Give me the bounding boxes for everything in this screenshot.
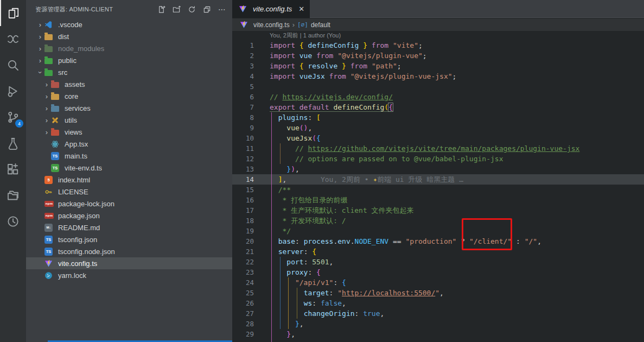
- vs-logo-icon[interactable]: [0, 26, 26, 52]
- code-line-23[interactable]: 23 proxy: {: [232, 267, 644, 277]
- code-line-1[interactable]: 1import { defineConfig } from "vite";: [232, 40, 644, 50]
- tree-item-node-modules[interactable]: ›node_modules: [26, 42, 232, 54]
- line-number: 12: [232, 154, 254, 164]
- code-text: import vueJsx from "@vitejs/plugin-vue-j…: [254, 71, 456, 81]
- code-text: */: [254, 226, 291, 236]
- chevron-icon: ›: [42, 128, 51, 136]
- code-line-21[interactable]: 21 server: {: [232, 246, 644, 257]
- code-text: }),: [254, 164, 299, 174]
- refresh-icon[interactable]: [187, 4, 196, 14]
- run-debug-icon[interactable]: [0, 78, 26, 104]
- line-number: 28: [232, 319, 254, 329]
- tree-item-public[interactable]: ›public: [26, 54, 232, 66]
- code-line-24[interactable]: 24 "/api/v1": {: [232, 277, 644, 288]
- new-folder-icon[interactable]: [171, 4, 181, 14]
- code-line-16[interactable]: 16 * 打包给目录的前缀: [232, 195, 644, 205]
- code-line-6[interactable]: 6// https://vitejs.dev/config/: [232, 92, 644, 102]
- code-line-17[interactable]: 17 * 生产环境默认: client 文件夹包起来: [232, 205, 644, 216]
- code-line-20[interactable]: 20 base: process.env.NODE_ENV == "produc…: [232, 236, 644, 246]
- md-icon: M↓: [44, 224, 55, 232]
- code-text: // options are passed on to @vue/babel-p…: [254, 154, 503, 164]
- code-line-30[interactable]: 30: [232, 339, 644, 342]
- tab-close-icon[interactable]: ✕: [298, 5, 304, 13]
- code-line-27[interactable]: 27 changeOrigin: true,: [232, 308, 644, 319]
- collapse-folders-icon[interactable]: [202, 4, 212, 14]
- breadcrumb-symbol[interactable]: default: [311, 21, 330, 29]
- chevron-icon: ›: [42, 116, 51, 124]
- code-text: vue(),: [254, 123, 312, 133]
- breadcrumb-file[interactable]: vite.config.ts: [253, 21, 290, 29]
- tree-item-dist[interactable]: ›dist: [26, 30, 232, 42]
- tree-item-label: assets: [65, 80, 85, 88]
- code-text: server: {: [254, 246, 316, 257]
- line-number: 25: [232, 288, 254, 298]
- code-line-25[interactable]: 25 target: "http://localhost:5500/",: [232, 288, 644, 298]
- code-text: import vue from "@vitejs/plugin-vue";: [254, 50, 427, 61]
- vite-icon: [44, 259, 55, 268]
- code-line-4[interactable]: 4import vueJsx from "@vitejs/plugin-vue-…: [232, 71, 644, 81]
- tree-item-main.ts[interactable]: TSmain.ts: [26, 150, 232, 162]
- tree-item-tsconfig.node.json[interactable]: TStsconfig.node.json: [26, 245, 232, 257]
- tree-item-label: yarn.lock: [58, 271, 86, 280]
- line-number: 11: [232, 143, 254, 154]
- explorer-icon[interactable]: [0, 0, 26, 26]
- extensions-icon[interactable]: [0, 156, 26, 182]
- more-actions-icon[interactable]: ⋯: [217, 4, 227, 14]
- line-number: 6: [232, 92, 254, 102]
- vscode-icon: [44, 21, 55, 29]
- tree-item-.vscode[interactable]: ›.vscode: [26, 18, 232, 30]
- line-number: 8: [232, 112, 254, 123]
- tree-item-label: App.tsx: [65, 140, 88, 148]
- tree-item-views[interactable]: ›views: [26, 126, 232, 138]
- code-line-2[interactable]: 2import vue from "@vitejs/plugin-vue";: [232, 50, 644, 61]
- code-line-10[interactable]: 10 vueJsx({: [232, 133, 644, 143]
- tree-item-utils[interactable]: ›utils: [26, 114, 232, 126]
- tree-item-index.html[interactable]: 5index.html: [26, 174, 232, 186]
- code-text: ws: false,: [254, 298, 346, 308]
- code-line-22[interactable]: 22 port: 5501,: [232, 257, 644, 267]
- code-line-28[interactable]: 28 },: [232, 319, 644, 329]
- tree-item-vite.config.ts[interactable]: vite.config.ts: [26, 257, 232, 269]
- code-line-19[interactable]: 19 */: [232, 226, 644, 236]
- code-line-18[interactable]: 18 * 开发环境默认: /: [232, 216, 644, 226]
- code-line-12[interactable]: 12 // options are passed on to @vue/babe…: [232, 154, 644, 164]
- code-line-11[interactable]: 11 // https://github.com/vitejs/vite/tre…: [232, 143, 644, 154]
- code-line-26[interactable]: 26 ws: false,: [232, 298, 644, 308]
- source-control-icon[interactable]: 4: [0, 104, 26, 130]
- code-text: * 开发环境默认: /: [254, 216, 346, 226]
- tree-item-services[interactable]: ›services: [26, 102, 232, 114]
- folder-icon: [44, 34, 55, 40]
- line-number: 30: [232, 339, 254, 342]
- line-number: 16: [232, 195, 254, 205]
- test-flask-icon[interactable]: [0, 130, 26, 156]
- tree-item-tsconfig.json[interactable]: TStsconfig.json: [26, 233, 232, 245]
- code-line-29[interactable]: 29 },: [232, 329, 644, 339]
- explorer-header: 资源管理器: ADMIN-CLIENT ⋯: [26, 0, 232, 18]
- tree-item-src[interactable]: ›src: [26, 66, 232, 78]
- tree-item-package-lock.json[interactable]: npmpackage-lock.json: [26, 198, 232, 210]
- codelens-annotation[interactable]: You, 2周前 | 1 author (You): [232, 31, 644, 40]
- code-text: // https://github.com/vitejs/vite/tree/m…: [254, 143, 579, 154]
- code-line-15[interactable]: 15 /**: [232, 185, 644, 195]
- folder-library-icon[interactable]: [0, 182, 26, 208]
- tree-item-readme.md[interactable]: M↓README.md: [26, 221, 232, 233]
- tree-item-package.json[interactable]: npmpackage.json: [26, 210, 232, 221]
- history-icon[interactable]: [0, 208, 26, 235]
- search-icon[interactable]: [0, 52, 26, 78]
- tree-item-app.tsx[interactable]: App.tsx: [26, 138, 232, 150]
- code-line-14[interactable]: 14 ], You, 2周前 • ✦前端 ui 升级 暗黑主题 …: [232, 174, 644, 185]
- tree-item-yarn.lock[interactable]: yarn.lock: [26, 269, 232, 281]
- code-line-9[interactable]: 9 vue(),: [232, 123, 644, 133]
- code-line-13[interactable]: 13 }),: [232, 164, 644, 174]
- code-line-5[interactable]: 5: [232, 81, 644, 92]
- tab-vite-config[interactable]: vite.config.ts ✕: [232, 0, 310, 18]
- code-line-8[interactable]: 8 plugins: [: [232, 112, 644, 123]
- new-file-icon[interactable]: [156, 4, 166, 14]
- tree-item-assets[interactable]: ›assets: [26, 78, 232, 90]
- tree-item-core[interactable]: ›core: [26, 90, 232, 102]
- code-editor[interactable]: You, 2周前 | 1 author (You) 1import { defi…: [232, 31, 644, 342]
- tree-item-vite-env.d.ts[interactable]: TSvite-env.d.ts: [26, 162, 232, 174]
- tab-label: vite.config.ts: [253, 5, 292, 13]
- tree-item-license[interactable]: LICENSE: [26, 186, 232, 198]
- code-line-3[interactable]: 3import { resolve } from "path";: [232, 61, 644, 71]
